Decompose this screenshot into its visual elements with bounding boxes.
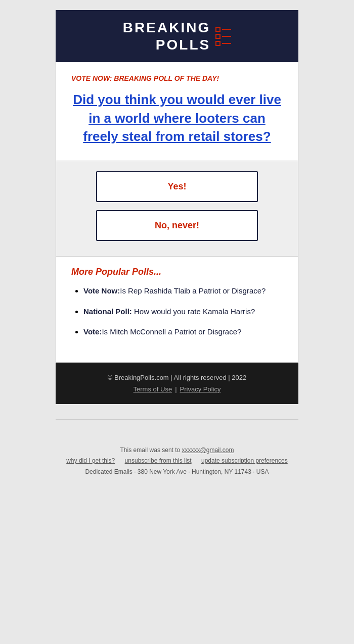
footer-copyright: © BreakingPolls.com | All rights reserve… xyxy=(66,374,288,381)
poll-link-2[interactable]: National Poll: How would you rate Kamala… xyxy=(83,307,255,316)
brand-line2: POLLS xyxy=(156,37,210,53)
icon-square-1 xyxy=(215,27,220,32)
email-header: BREAKING POLLS xyxy=(56,10,298,62)
yes-button[interactable]: Yes! xyxy=(96,171,258,202)
poll-question: Did you think you would ever live in a w… xyxy=(71,90,283,145)
email-footer: © BreakingPolls.com | All rights reserve… xyxy=(56,363,298,404)
email-address-link[interactable]: xxxxxx@gmail.com xyxy=(182,447,234,454)
icon-square-3 xyxy=(215,41,220,46)
logo-container: BREAKING POLLS xyxy=(123,19,231,53)
why-link[interactable]: why did I get this? xyxy=(66,456,115,467)
address-line: Dedicated Emails · 380 New York Ave · Hu… xyxy=(61,467,293,478)
meta-separator-1 xyxy=(119,456,120,467)
footer-separator: | xyxy=(175,385,176,393)
email-container: BREAKING POLLS xyxy=(56,10,298,404)
poll-link-3[interactable]: Vote:Is Mitch McConnell a Patriot or Dis… xyxy=(83,327,241,336)
buttons-section: Yes! No, never! xyxy=(56,161,298,257)
icon-row-3 xyxy=(215,41,231,46)
vote-section: VOTE NOW: BREAKING POLL OF THE DAY! Did … xyxy=(56,62,298,161)
icon-row-2 xyxy=(215,34,231,39)
more-polls-title: More Popular Polls... xyxy=(71,267,283,277)
terms-link[interactable]: Terms of Use xyxy=(134,385,172,393)
brand-line1: BREAKING xyxy=(123,20,210,35)
privacy-link[interactable]: Privacy Policy xyxy=(180,385,221,393)
poll-text-3: Is Mitch McConnell a Patriot or Disgrace… xyxy=(102,327,241,336)
icon-row-1 xyxy=(215,27,231,32)
poll-prefix-2: National Poll: xyxy=(83,307,132,316)
meta-separator-2 xyxy=(196,456,197,467)
vote-now-static: VOTE NOW: xyxy=(71,74,114,82)
icon-line-2 xyxy=(222,36,231,37)
poll-link-1[interactable]: Vote Now:Is Rep Rashida Tlaib a Patriot … xyxy=(83,286,266,295)
no-button[interactable]: No, never! xyxy=(96,210,258,241)
poll-text-1: Is Rep Rashida Tlaib a Patriot or Disgra… xyxy=(120,286,266,295)
divider-line xyxy=(56,419,298,420)
unsubscribe-link[interactable]: unsubscribe from this list xyxy=(125,456,192,467)
poll-prefix-3: Vote: xyxy=(83,327,102,336)
preferences-link[interactable]: update subscription preferences xyxy=(201,456,288,467)
more-polls-section: More Popular Polls... Vote Now:Is Rep Ra… xyxy=(56,257,298,363)
footer-links: Terms of Use | Privacy Policy xyxy=(66,385,288,393)
icon-square-2 xyxy=(215,34,220,39)
sent-to-line: This email was sent to xxxxxx@gmail.com xyxy=(61,445,293,456)
icon-line-1 xyxy=(222,29,231,30)
poll-prefix-1: Vote Now: xyxy=(83,286,120,295)
icon-line-3 xyxy=(222,43,231,44)
list-item: Vote Now:Is Rep Rashida Tlaib a Patriot … xyxy=(83,285,283,297)
polls-list: Vote Now:Is Rep Rashida Tlaib a Patriot … xyxy=(71,285,283,338)
meta-links: why did I get this? unsubscribe from thi… xyxy=(61,456,293,467)
list-item: National Poll: How would you rate Kamala… xyxy=(83,306,283,318)
poll-text-2: How would you rate Kamala Harris? xyxy=(132,307,255,316)
vote-now-label: VOTE NOW: BREAKING POLL OF THE DAY! xyxy=(71,74,283,82)
list-item: Vote:Is Mitch McConnell a Patriot or Dis… xyxy=(83,326,283,338)
logo-icon xyxy=(215,27,231,46)
vote-now-italic: BREAKING POLL OF THE DAY! xyxy=(114,74,219,82)
email-meta: This email was sent to xxxxxx@gmail.com … xyxy=(56,445,298,478)
sent-to-prefix: This email was sent to xyxy=(120,447,182,454)
